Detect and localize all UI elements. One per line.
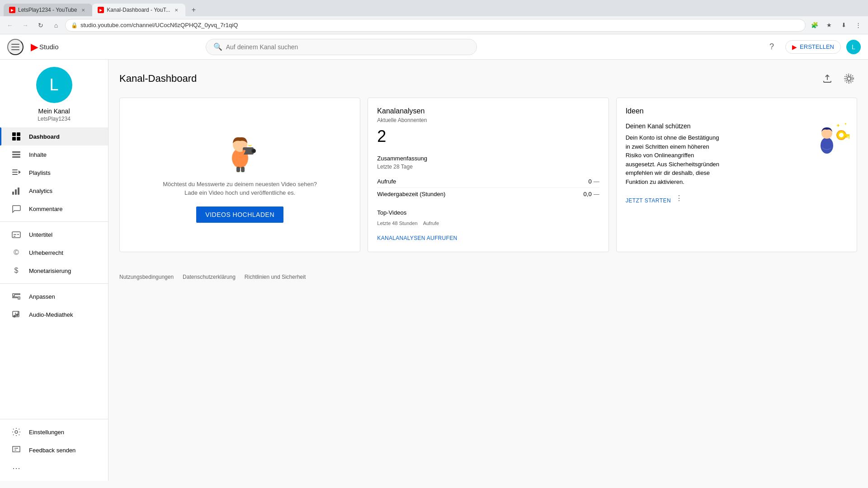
svg-rect-5 bbox=[12, 137, 16, 141]
new-tab-button[interactable]: + bbox=[187, 4, 200, 16]
help-button[interactable]: ? bbox=[764, 39, 780, 55]
more-options-button[interactable]: ⋮ bbox=[673, 192, 685, 204]
security-illustration: ✦ ✦ bbox=[813, 116, 849, 152]
stats-label-wiedergabe: Wiedergabezeit (Stunden) bbox=[377, 191, 445, 197]
sidebar-item-label-playlists: Playlists bbox=[29, 169, 51, 176]
upload-tool-button[interactable] bbox=[819, 70, 835, 87]
sidebar-item-label-anpassen: Anpassen bbox=[29, 293, 55, 300]
sidebar-item-label-urheberrecht: Urheberrecht bbox=[29, 249, 63, 256]
channel-name: Mein Kanal bbox=[38, 108, 70, 115]
nav-section: Dashboard Inhalte bbox=[0, 126, 108, 325]
summary-title: Zusammenfassung bbox=[377, 155, 599, 162]
svg-point-36 bbox=[252, 150, 255, 152]
page-title: Kanal-Dashboard bbox=[119, 73, 197, 84]
settings-button[interactable]: ⋮ bbox=[852, 19, 864, 32]
svg-rect-38 bbox=[241, 167, 245, 172]
page-header: Kanal-Dashboard bbox=[119, 70, 857, 87]
browser-tab-bar: ▶ LetsPlay1234 - YouTube ✕ ▶ Kanal-Dashb… bbox=[0, 0, 868, 16]
anpassen-icon bbox=[11, 291, 22, 302]
channel-handle: LetsPlay1234 bbox=[38, 116, 71, 122]
aufrufe-value: 0 bbox=[588, 178, 591, 185]
hamburger-button[interactable] bbox=[7, 39, 24, 55]
live-tool-button[interactable] bbox=[841, 70, 857, 87]
browser-toolbar: ← → ↻ ⌂ 🔒 studio.youtube.com/channel/UCo… bbox=[0, 16, 868, 34]
sidebar-item-audio-mediathek[interactable]: Audio-Mediathek bbox=[0, 305, 108, 324]
tab2-close[interactable]: ✕ bbox=[173, 6, 180, 14]
back-button[interactable]: ← bbox=[4, 19, 16, 32]
sidebar-item-playlists[interactable]: Playlists bbox=[0, 164, 108, 182]
reload-button[interactable]: ↻ bbox=[34, 19, 47, 32]
audio-mediathek-icon bbox=[11, 309, 22, 320]
search-bar[interactable]: 🔍 bbox=[206, 39, 477, 55]
svg-rect-1 bbox=[11, 47, 19, 47]
nav-divider bbox=[0, 221, 108, 222]
sidebar-item-einstellungen[interactable]: Einstellungen bbox=[0, 423, 108, 441]
sidebar-item-label-inhalte: Inhalte bbox=[29, 151, 47, 158]
sidebar-item-anpassen[interactable]: Anpassen bbox=[0, 287, 108, 305]
subscribers-count: 2 bbox=[377, 127, 599, 146]
tab2-favicon: ▶ bbox=[98, 7, 104, 13]
channel-info: L Mein Kanal LetsPlay1234 bbox=[0, 60, 108, 126]
svg-rect-2 bbox=[11, 49, 19, 50]
extensions-button[interactable]: 🧩 bbox=[808, 19, 821, 32]
user-avatar[interactable]: L bbox=[846, 40, 861, 54]
favorites-button[interactable]: ★ bbox=[823, 19, 835, 32]
analytics-icon bbox=[11, 185, 22, 196]
forward-button[interactable]: → bbox=[19, 19, 32, 32]
top-header: ▶ Studio 🔍 ? ▶ ERSTELLEN L bbox=[0, 34, 868, 60]
kanalanalysen-link[interactable]: KANALANALYSEN AUFRUFEN bbox=[377, 235, 599, 241]
jetzt-starten-button[interactable]: JETZT STARTEN bbox=[626, 197, 671, 204]
ideas-card: Ideen bbox=[616, 98, 857, 252]
svg-rect-12 bbox=[12, 174, 18, 175]
video-upload-card: Möchtest du Messwerte zu deinem neuesten… bbox=[119, 98, 360, 252]
stats-row-wiedergabe: Wiedergabezeit (Stunden) 0,0 — bbox=[377, 188, 599, 200]
browser-tab-2[interactable]: ▶ Kanal-Dashboard - YouT... ✕ bbox=[92, 4, 185, 16]
top-videos-period: Letzte 48 Stunden bbox=[377, 221, 417, 226]
sidebar-item-feedback[interactable]: Feedback senden bbox=[0, 441, 108, 459]
footer-link-richtlinien[interactable]: Richtlinien und Sicherheit bbox=[245, 274, 306, 280]
sidebar-item-dashboard[interactable]: Dashboard bbox=[0, 127, 108, 145]
svg-rect-37 bbox=[236, 167, 240, 172]
download-button[interactable]: ⬇ bbox=[837, 19, 850, 32]
svg-rect-47 bbox=[846, 136, 848, 138]
yt-studio-logo[interactable]: ▶ Studio bbox=[31, 42, 59, 52]
channel-avatar[interactable]: L bbox=[36, 67, 72, 103]
upload-illustration bbox=[217, 127, 263, 173]
sidebar-item-analytics[interactable]: Analytics bbox=[0, 182, 108, 200]
svg-rect-3 bbox=[12, 132, 16, 136]
security-desc: Dein Konto ist ohne die Bestätigung in z… bbox=[626, 133, 725, 186]
sidebar: L Mein Kanal LetsPlay1234 bbox=[0, 60, 108, 481]
sidebar-item-label-feedback: Feedback senden bbox=[29, 447, 75, 454]
channel-initial: L bbox=[49, 75, 58, 94]
sidebar-item-untertitel[interactable]: Untertitel bbox=[0, 225, 108, 244]
security-title: Deinen Kanal schützen bbox=[626, 122, 725, 130]
create-label: ERSTELLEN bbox=[800, 43, 834, 50]
tab1-close[interactable]: ✕ bbox=[80, 6, 87, 14]
search-input[interactable] bbox=[226, 43, 469, 51]
einstellungen-icon bbox=[11, 427, 22, 437]
sidebar-item-urheberrecht[interactable]: © Urheberrecht bbox=[0, 244, 108, 262]
analytics-card: Kanalanalysen Aktuelle Abonnenten 2 Zusa… bbox=[368, 98, 609, 252]
sidebar-item-label-audio-mediathek: Audio-Mediathek bbox=[29, 311, 73, 318]
svg-rect-9 bbox=[12, 156, 20, 158]
sidebar-item-inhalte[interactable]: Inhalte bbox=[0, 145, 108, 164]
browser-tab-1[interactable]: ▶ LetsPlay1234 - YouTube ✕ bbox=[4, 4, 92, 16]
footer-link-datenschutz[interactable]: Datenschutzerklärung bbox=[183, 274, 236, 280]
sidebar-item-more[interactable]: ⋯ bbox=[0, 459, 108, 477]
youtube-icon: ▶ bbox=[31, 42, 38, 52]
studio-label: Studio bbox=[39, 43, 59, 51]
create-button[interactable]: ▶ ERSTELLEN bbox=[785, 40, 841, 54]
footer-link-nutzungsbedingungen[interactable]: Nutzungsbedingungen bbox=[119, 274, 174, 280]
home-button[interactable]: ⌂ bbox=[50, 19, 62, 32]
upload-button[interactable]: VIDEOS HOCHLADEN bbox=[196, 206, 283, 223]
svg-marker-13 bbox=[19, 170, 21, 174]
search-icon: 🔍 bbox=[213, 42, 222, 51]
sidebar-item-kommentare[interactable]: Kommentare bbox=[0, 200, 108, 218]
nav-divider-bottom bbox=[0, 419, 108, 419]
sidebar-item-label-monetarisierung: Monetarisierung bbox=[29, 267, 71, 274]
stats-value-wiedergabe: 0,0 — bbox=[584, 191, 599, 197]
address-bar[interactable]: 🔒 studio.youtube.com/channel/UCocN6zQPHQ… bbox=[65, 19, 806, 32]
create-icon: ▶ bbox=[792, 43, 797, 51]
sidebar-item-monetarisierung[interactable]: $ Monetarisierung bbox=[0, 262, 108, 280]
svg-rect-8 bbox=[12, 154, 20, 155]
